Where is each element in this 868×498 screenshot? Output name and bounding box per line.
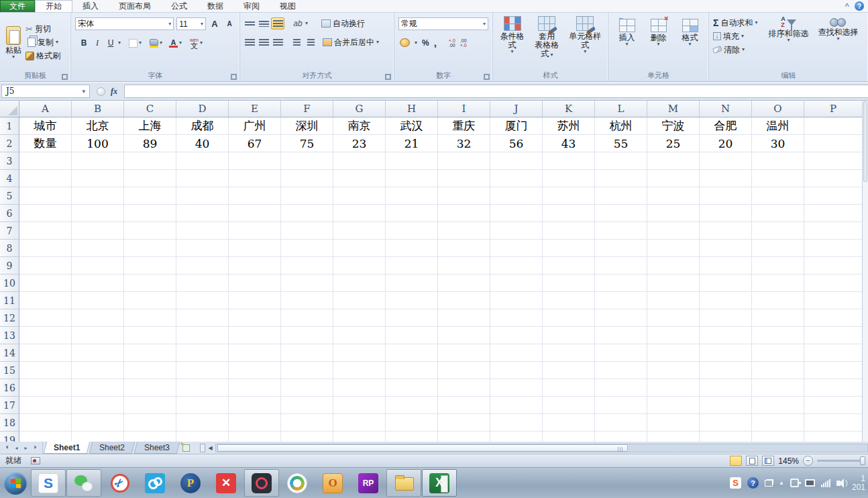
cell-D2[interactable]: 40 xyxy=(176,135,229,152)
cell-L5[interactable] xyxy=(595,187,647,205)
row-header-18[interactable]: 18 xyxy=(0,414,19,432)
format-cells-button[interactable]: 格式 ▾ xyxy=(680,17,701,48)
row-header-10[interactable]: 10 xyxy=(0,275,19,292)
ribbon-tab-公式[interactable]: 公式 xyxy=(161,0,197,12)
cell-L2[interactable]: 55 xyxy=(595,135,647,152)
screenshot-tool-taskbar-button[interactable] xyxy=(102,469,137,497)
cell-O11[interactable] xyxy=(752,292,804,309)
cell-C15[interactable] xyxy=(124,362,176,379)
cell-P5[interactable] xyxy=(804,187,863,205)
row-header-4[interactable]: 4 xyxy=(0,170,19,187)
cell-A16[interactable] xyxy=(19,379,72,397)
cell-E13[interactable] xyxy=(229,327,281,344)
xmind-taskbar-button[interactable]: ✕ xyxy=(209,469,243,497)
cell-N7[interactable] xyxy=(700,222,752,240)
cell-I18[interactable] xyxy=(438,414,490,432)
conditional-formatting-button[interactable]: 条件格式 ▾ xyxy=(496,15,529,55)
cell-M18[interactable] xyxy=(647,414,700,432)
cell-E17[interactable] xyxy=(229,397,281,414)
cell-J5[interactable] xyxy=(490,187,543,205)
cell-O14[interactable] xyxy=(752,344,804,362)
cell-I4[interactable] xyxy=(438,170,490,187)
cell-E11[interactable] xyxy=(229,292,281,309)
cell-B11[interactable] xyxy=(72,292,124,309)
wechat-taskbar-button[interactable] xyxy=(66,469,101,497)
cell-N3[interactable] xyxy=(700,152,752,170)
cell-E8[interactable] xyxy=(229,240,281,257)
cell-K16[interactable] xyxy=(543,379,595,397)
underline-button[interactable]: U xyxy=(105,37,117,49)
normal-view-button[interactable] xyxy=(730,456,742,466)
sogou-input-icon[interactable]: S xyxy=(730,477,741,489)
cell-E15[interactable] xyxy=(229,362,281,379)
cell-O9[interactable] xyxy=(752,257,804,275)
cell-D15[interactable] xyxy=(176,362,229,379)
outlook-taskbar-button[interactable]: O xyxy=(315,469,350,497)
cell-O13[interactable] xyxy=(752,327,804,344)
cell-E7[interactable] xyxy=(229,222,281,240)
zoom-level[interactable]: 145% xyxy=(778,456,799,466)
cell-J19[interactable] xyxy=(490,432,543,442)
cell-B4[interactable] xyxy=(72,170,124,187)
ev-capture-taskbar-button[interactable] xyxy=(280,469,315,497)
zoom-slider[interactable] xyxy=(817,460,863,462)
cell-M5[interactable] xyxy=(647,187,700,205)
percent-style-button[interactable]: % xyxy=(422,38,429,48)
cell-A18[interactable] xyxy=(19,414,72,432)
cell-N12[interactable] xyxy=(700,309,752,327)
cell-K6[interactable] xyxy=(543,205,595,222)
cell-M16[interactable] xyxy=(647,379,700,397)
cell-H14[interactable] xyxy=(386,344,438,362)
cell-N15[interactable] xyxy=(700,362,752,379)
cell-K19[interactable] xyxy=(543,432,595,442)
fill-color-button[interactable] xyxy=(150,39,158,48)
page-layout-view-button[interactable] xyxy=(746,456,758,466)
cell-G14[interactable] xyxy=(333,344,386,362)
column-header-O[interactable]: O xyxy=(752,101,804,117)
cell-P4[interactable] xyxy=(804,170,863,187)
cell-G7[interactable] xyxy=(333,222,386,240)
format-as-table-button[interactable]: 套用 表格格式 ▾ xyxy=(529,15,565,60)
wrap-text-button[interactable]: 自动换行 xyxy=(320,17,366,30)
cell-H13[interactable] xyxy=(386,327,438,344)
cell-styles-button[interactable]: 单元格样式 ▾ xyxy=(565,15,605,55)
cell-N5[interactable] xyxy=(700,187,752,205)
cell-A13[interactable] xyxy=(19,327,72,344)
align-right-button[interactable] xyxy=(271,36,284,48)
cell-O18[interactable] xyxy=(752,414,804,432)
cell-A4[interactable] xyxy=(19,170,72,187)
cell-L14[interactable] xyxy=(595,344,647,362)
cell-N8[interactable] xyxy=(700,240,752,257)
decrease-decimal-button[interactable]: .00 +.0 xyxy=(460,38,467,48)
increase-indent-button[interactable] xyxy=(304,36,317,48)
number-format-combo[interactable]: 常规 ▾ xyxy=(398,17,488,30)
cell-F17[interactable] xyxy=(281,397,333,414)
cell-C10[interactable] xyxy=(124,275,176,292)
cell-C7[interactable] xyxy=(124,222,176,240)
cell-J8[interactable] xyxy=(490,240,543,257)
cell-D1[interactable]: 成都 xyxy=(176,117,229,135)
cell-J11[interactable] xyxy=(490,292,543,309)
row-header-6[interactable]: 6 xyxy=(0,205,19,222)
cell-L12[interactable] xyxy=(595,309,647,327)
cell-B19[interactable] xyxy=(72,432,124,442)
cell-P6[interactable] xyxy=(804,205,863,222)
cell-P2[interactable] xyxy=(804,135,863,152)
cell-J14[interactable] xyxy=(490,344,543,362)
cell-I1[interactable]: 重庆 xyxy=(438,117,490,135)
column-header-F[interactable]: F xyxy=(281,101,333,117)
cell-D3[interactable] xyxy=(176,152,229,170)
row-header-7[interactable]: 7 xyxy=(0,222,19,240)
cell-F10[interactable] xyxy=(281,275,333,292)
cell-F18[interactable] xyxy=(281,414,333,432)
cell-F19[interactable] xyxy=(281,432,333,442)
cell-B1[interactable]: 北京 xyxy=(72,117,124,135)
cell-I16[interactable] xyxy=(438,379,490,397)
cell-A12[interactable] xyxy=(19,309,72,327)
cell-E10[interactable] xyxy=(229,275,281,292)
cell-A10[interactable] xyxy=(19,275,72,292)
phonetic-guide-button[interactable]: wén 文 xyxy=(190,38,199,48)
cell-M6[interactable] xyxy=(647,205,700,222)
formula-input[interactable] xyxy=(124,85,868,98)
cell-K3[interactable] xyxy=(543,152,595,170)
